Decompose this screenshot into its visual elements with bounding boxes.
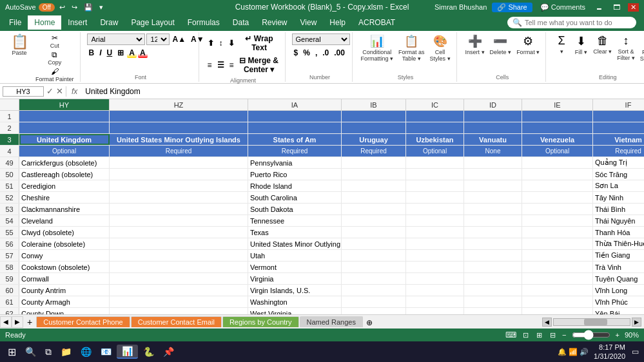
cell-ia51[interactable]: Rhode Island [248, 180, 342, 191]
cell-ie58[interactable] [522, 262, 593, 272]
tab-file[interactable]: File [3, 15, 28, 30]
cell-ic57[interactable] [406, 250, 464, 261]
cell-hz52[interactable] [110, 192, 248, 203]
add-sheet-icon[interactable]: ⊕ [364, 318, 375, 327]
cell-ib58[interactable] [342, 262, 406, 272]
tab-data[interactable]: Data [226, 15, 255, 30]
cell-ie57[interactable] [522, 250, 593, 261]
cell-hy60[interactable]: County Antrim [19, 285, 110, 296]
cell-ia61[interactable]: Washington [248, 296, 342, 307]
cell-id56[interactable] [464, 238, 522, 249]
cell-ie62[interactable] [522, 308, 593, 314]
cell-hy62[interactable]: County Down [19, 308, 110, 314]
undo-icon[interactable]: ↩ [57, 3, 67, 12]
cell-ie1[interactable] [522, 111, 593, 122]
formula-cancel-button[interactable]: ✕ [56, 86, 63, 96]
cell-hz3[interactable]: United States Minor Outlying Islands [110, 134, 248, 145]
comma-button[interactable]: , [313, 48, 319, 58]
font-size-select[interactable]: 12 [146, 33, 170, 45]
taskbar-task-view-button[interactable]: ⧉ [41, 347, 55, 357]
currency-button[interactable]: $ [292, 48, 300, 58]
cell-hz50[interactable] [110, 169, 248, 180]
cell-ia1[interactable] [248, 111, 342, 122]
zoom-in-icon[interactable]: + [616, 331, 620, 339]
quick-save-icon[interactable]: 💾 [82, 3, 95, 12]
zoom-out-icon[interactable]: − [562, 331, 566, 339]
cell-hy2[interactable] [19, 122, 110, 133]
tab-review[interactable]: Review [255, 15, 293, 30]
find-select-button[interactable]: 🔍Find &Select ▾ [638, 33, 644, 73]
cell-if49[interactable]: Quảng Trị [593, 157, 644, 168]
cell-ie61[interactable] [522, 296, 593, 307]
cell-if59[interactable]: Tuyên Quang [593, 273, 644, 284]
cell-hy50[interactable]: Castlereagh (obsolete) [19, 169, 110, 180]
sum-button[interactable]: Σ▾ [552, 33, 571, 73]
cell-if50[interactable]: Sóc Trăng [593, 169, 644, 180]
increase-decimal-button[interactable]: .0 [320, 48, 331, 58]
fill-button[interactable]: ⬇Fill ▾ [572, 33, 590, 73]
cell-ib53[interactable] [342, 204, 406, 214]
clear-button[interactable]: 🗑Clear ▾ [591, 33, 614, 73]
col-header-ib[interactable]: IB [342, 99, 406, 110]
cell-ia62[interactable]: West Virginia [248, 308, 342, 314]
cell-hy4[interactable]: Optional [19, 146, 110, 157]
minimize-button[interactable]: 🗕 [593, 3, 605, 11]
cell-hz61[interactable] [110, 296, 248, 307]
cell-if58[interactable]: Trà Vinh [593, 262, 644, 272]
cell-id60[interactable] [464, 285, 522, 296]
cell-ia59[interactable]: Virginia [248, 273, 342, 284]
taskbar-search-button[interactable]: 🔍 [21, 347, 40, 357]
share-button[interactable]: 🔗 Share [492, 3, 532, 12]
cell-ie51[interactable] [522, 180, 593, 191]
cell-hz56[interactable] [110, 238, 248, 249]
cell-if57[interactable]: Tiền Giang [593, 250, 644, 261]
normal-view-button[interactable]: ⊡ [522, 331, 530, 339]
cell-id2[interactable] [464, 122, 522, 133]
autosave-toggle[interactable]: Off [39, 3, 55, 12]
cell-ib60[interactable] [342, 285, 406, 296]
cell-ie53[interactable] [522, 204, 593, 214]
col-header-if[interactable]: IF [593, 99, 644, 110]
align-bottom-button[interactable]: ⬇ [226, 38, 237, 48]
taskbar-file-explorer-button[interactable]: 📁 [57, 347, 75, 357]
cell-ib50[interactable] [342, 169, 406, 180]
cell-ib51[interactable] [342, 180, 406, 191]
fill-color-button[interactable]: A [127, 48, 137, 58]
sort-filter-button[interactable]: ↕Sort &Filter ▾ [615, 33, 637, 73]
scroll-left-button[interactable]: ◀ [542, 318, 552, 327]
col-header-ia[interactable]: IA [248, 99, 342, 110]
cell-if62[interactable]: Yên Bái [593, 308, 644, 314]
keyboard-icon[interactable]: ⌨ [505, 330, 516, 339]
cell-ic50[interactable] [406, 169, 464, 180]
cell-hy51[interactable]: Ceredigion [19, 180, 110, 191]
search-input[interactable] [525, 19, 628, 26]
cell-id54[interactable] [464, 215, 522, 226]
cell-id3[interactable]: Vanuatu [464, 134, 522, 145]
show-desktop-button[interactable]: ▭ [630, 347, 640, 356]
maximize-button[interactable]: 🗖 [610, 3, 623, 11]
cell-hy54[interactable]: Cleveland [19, 215, 110, 226]
col-header-ic[interactable]: IC [406, 99, 464, 110]
format-cells-button[interactable]: ⚙Format ▾ [514, 33, 542, 73]
cell-hy52[interactable]: Cheshire [19, 192, 110, 203]
tab-view[interactable]: View [294, 15, 324, 30]
border-button[interactable]: ⊞ [115, 48, 126, 58]
number-format-select[interactable]: General [292, 33, 350, 45]
cell-hz57[interactable] [110, 250, 248, 261]
cell-hz49[interactable] [110, 157, 248, 168]
align-right-button[interactable]: ≡ [228, 60, 236, 70]
align-middle-button[interactable]: ↕ [217, 38, 225, 48]
taskbar-app-button[interactable]: 📌 [159, 347, 178, 357]
start-button[interactable]: ⊞ [4, 346, 20, 358]
cell-id51[interactable] [464, 180, 522, 191]
cell-hz62[interactable] [110, 308, 248, 314]
cell-id61[interactable] [464, 296, 522, 307]
format-as-table-button[interactable]: 📋Format asTable ▾ [396, 33, 427, 73]
cell-ie4[interactable]: Optional [522, 146, 593, 157]
cell-ic56[interactable] [406, 238, 464, 249]
cell-ib4[interactable]: Required [342, 146, 406, 157]
cell-if61[interactable]: Vĩnh Phúc [593, 296, 644, 307]
cell-id58[interactable] [464, 262, 522, 272]
col-header-hz[interactable]: HZ [110, 99, 248, 110]
cell-if4[interactable]: Required [593, 146, 644, 157]
